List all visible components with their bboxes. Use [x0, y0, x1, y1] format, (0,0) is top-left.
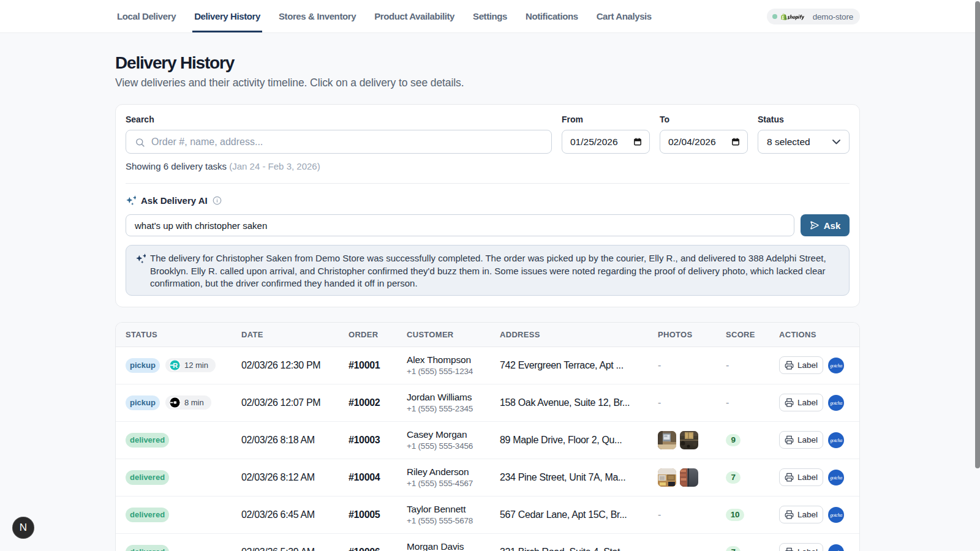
svg-text:gotcha: gotcha	[830, 363, 842, 369]
svg-text:gotcha: gotcha	[830, 400, 842, 406]
svg-text:gotcha: gotcha	[830, 512, 842, 518]
svg-text:gotcha: gotcha	[830, 475, 842, 481]
svg-text:R: R	[173, 362, 178, 369]
svg-text:gotcha: gotcha	[830, 438, 842, 443]
